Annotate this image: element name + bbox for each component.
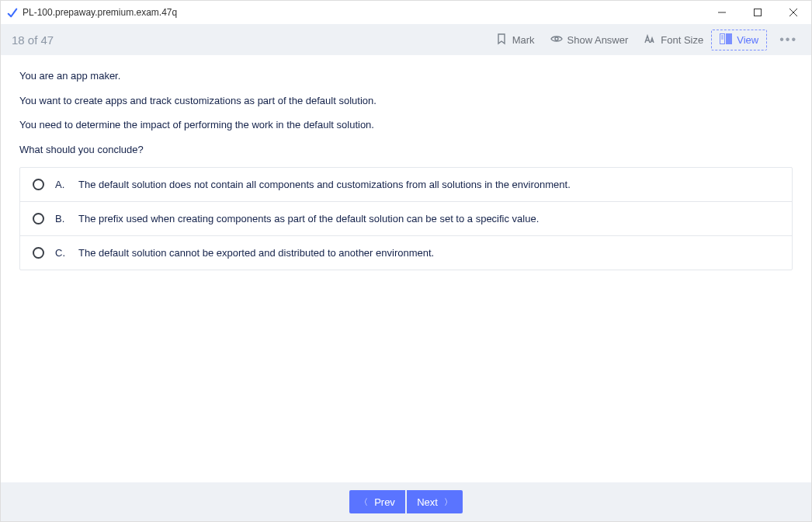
bookmark-icon — [495, 33, 508, 47]
options-list: A. The default solution does not contain… — [19, 167, 793, 270]
option-letter: B. — [55, 213, 68, 224]
radio-icon — [33, 247, 44, 259]
titlebar: PL-100.prepaway.premium.exam.47q — [1, 1, 811, 24]
prev-label: Prev — [374, 496, 395, 508]
option-text: The default solution does not contain al… — [78, 179, 571, 190]
option-text: The prefix used when creating components… — [78, 213, 539, 224]
option-b[interactable]: B. The prefix used when creating compone… — [20, 202, 792, 236]
radio-icon — [33, 213, 44, 224]
mark-label: Mark — [512, 34, 535, 46]
option-a[interactable]: A. The default solution does not contain… — [20, 168, 792, 202]
eye-icon — [550, 33, 563, 47]
font-size-icon — [644, 33, 656, 47]
svg-point-4 — [555, 37, 558, 40]
question-counter: 18 of 47 — [12, 33, 54, 47]
question-paragraph: What should you conclude? — [19, 143, 793, 157]
minimize-button[interactable] — [704, 1, 740, 24]
next-label: Next — [417, 496, 438, 508]
window-title: PL-100.prepaway.premium.exam.47q — [23, 7, 704, 18]
view-icon — [720, 33, 732, 47]
svg-rect-1 — [755, 9, 762, 16]
close-button[interactable] — [776, 1, 811, 24]
next-button[interactable]: Next 〉 — [407, 490, 463, 513]
toolbar: 18 of 47 Mark Show Answer Font Size View… — [1, 24, 811, 55]
question-paragraph: You want to create apps and track custom… — [19, 94, 793, 108]
window-controls — [704, 1, 811, 24]
chevron-left-icon: 〈 — [359, 496, 368, 508]
question-paragraph: You are an app maker. — [19, 69, 793, 83]
maximize-button[interactable] — [740, 1, 776, 24]
radio-icon — [33, 179, 44, 190]
option-c[interactable]: C. The default solution cannot be export… — [20, 236, 792, 270]
app-logo-icon — [7, 7, 18, 18]
more-button[interactable]: ••• — [776, 33, 800, 47]
svg-rect-9 — [727, 33, 732, 44]
chevron-right-icon: 〉 — [444, 496, 453, 508]
option-letter: A. — [55, 179, 68, 190]
option-letter: C. — [55, 247, 68, 259]
prev-button[interactable]: 〈 Prev — [349, 490, 405, 513]
question-area: You are an app maker. You want to create… — [1, 55, 811, 482]
font-size-button[interactable]: Font Size — [636, 30, 711, 50]
option-text: The default solution cannot be exported … — [78, 247, 434, 259]
mark-button[interactable]: Mark — [488, 30, 543, 50]
show-answer-label: Show Answer — [567, 34, 629, 46]
question-paragraph: You need to determine the impact of perf… — [19, 118, 793, 132]
view-button[interactable]: View — [711, 30, 767, 50]
show-answer-button[interactable]: Show Answer — [543, 30, 637, 50]
font-size-label: Font Size — [661, 34, 703, 46]
view-label: View — [737, 34, 758, 46]
footer: 〈 Prev Next 〉 — [1, 482, 811, 521]
